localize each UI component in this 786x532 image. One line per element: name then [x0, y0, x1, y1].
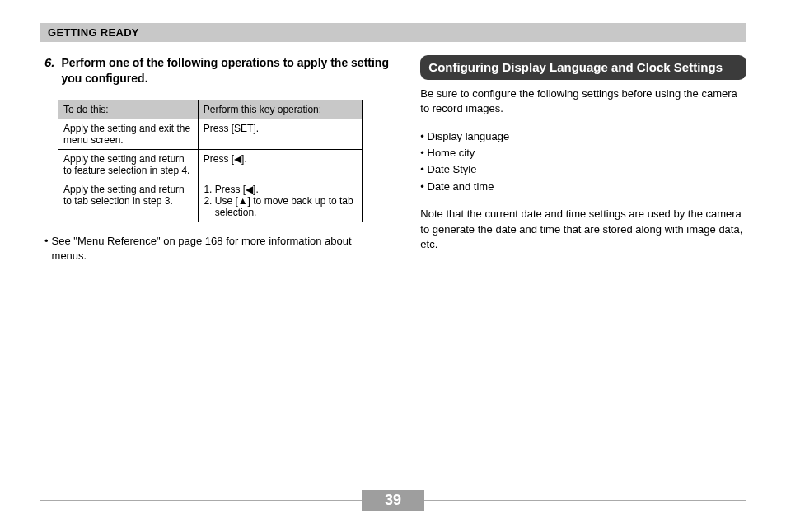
bullet-icon: •	[44, 234, 49, 264]
note-paragraph: Note that the current date and time sett…	[420, 207, 746, 254]
section-header: GETTING READY	[40, 23, 746, 42]
page-footer: 39	[40, 490, 746, 511]
right-column: Configuring Display Language and Clock S…	[405, 55, 746, 483]
table-cell-todo: Apply the setting and exit the menu scre…	[58, 119, 199, 149]
callout-heading: Configuring Display Language and Clock S…	[420, 55, 746, 80]
op-list-item: Press [◀].	[215, 184, 357, 195]
list-item: • Home city	[420, 145, 746, 161]
list-item: • Display language	[420, 128, 746, 145]
list-item: • Date and time	[420, 179, 746, 195]
page-number: 39	[362, 490, 424, 511]
table-header-op: Perform this key operation:	[198, 100, 362, 119]
table-cell-todo: Apply the setting and return to tab sele…	[58, 180, 199, 222]
step-number: 6.	[44, 55, 55, 69]
footer-line-right	[424, 500, 746, 501]
table-header-todo: To do this:	[58, 100, 199, 119]
table-row: Apply the setting and return to tab sele…	[58, 180, 363, 222]
op-list-item: Use [▲] to move back up to tab selection…	[215, 195, 357, 218]
menu-reference-note: • See "Menu Reference" on page 168 for m…	[44, 234, 385, 264]
list-item: • Date Style	[420, 161, 746, 178]
step-6: 6. Perform one of the following operatio…	[44, 55, 390, 86]
table-cell-op: Press [SET].	[198, 119, 362, 149]
settings-list: • Display language • Home city • Date St…	[420, 128, 746, 195]
left-column: 6. Perform one of the following operatio…	[40, 55, 405, 483]
table-row: Apply the setting and exit the menu scre…	[58, 119, 363, 149]
operations-table: To do this: Perform this key operation: …	[58, 100, 363, 222]
table-cell-op: Press [◀].	[198, 149, 362, 180]
table-row: Apply the setting and return to feature …	[58, 149, 363, 180]
table-cell-op: Press [◀]. Use [▲] to move back up to ta…	[198, 180, 362, 222]
intro-paragraph: Be sure to configure the following setti…	[420, 86, 746, 118]
table-cell-todo: Apply the setting and return to feature …	[58, 149, 199, 180]
note-text: See "Menu Reference" on page 168 for mor…	[52, 234, 386, 264]
step-instruction: Perform one of the following operations …	[62, 55, 391, 86]
footer-line-left	[40, 500, 362, 501]
